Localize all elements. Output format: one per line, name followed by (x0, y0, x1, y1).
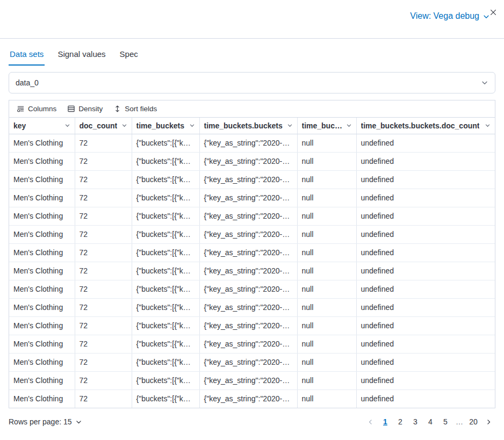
cell-time-buckets-buckets-doc-count[interactable]: undefined (356, 280, 495, 298)
cell-time-buckets[interactable]: {"buckets":[{"k… (132, 280, 199, 298)
cell-time-buckets[interactable]: {"buckets":[{"k… (132, 134, 199, 152)
pagination-page-5[interactable]: 5 (438, 415, 452, 429)
cell-time-buckets-truncated[interactable]: null (297, 262, 356, 280)
cell-key[interactable]: Men's Clothing (9, 225, 75, 243)
cell-time-buckets-buckets[interactable]: {"key_as_string":"2020-… (199, 298, 297, 316)
previous-page-icon[interactable] (363, 415, 377, 429)
cell-time-buckets[interactable]: {"buckets":[{"k… (132, 170, 199, 189)
column-header-key[interactable]: key (9, 118, 75, 134)
cell-time-buckets-truncated[interactable]: null (297, 243, 356, 262)
cell-time-buckets-buckets[interactable]: {"key_as_string":"2020-… (199, 316, 297, 335)
column-header-time-buckets-buckets-doc-count[interactable]: time_buckets.buckets.doc_count (356, 118, 495, 134)
cell-doc-count[interactable]: 72 (75, 280, 132, 298)
cell-doc-count[interactable]: 72 (75, 170, 132, 189)
cell-time-buckets[interactable]: {"buckets":[{"k… (132, 189, 199, 207)
cell-time-buckets[interactable]: {"buckets":[{"k… (132, 207, 199, 225)
cell-time-buckets-buckets-doc-count[interactable]: undefined (356, 335, 495, 353)
cell-key[interactable]: Men's Clothing (9, 371, 75, 389)
tab-signal-values[interactable]: Signal values (56, 45, 106, 66)
cell-time-buckets-truncated[interactable]: null (297, 207, 356, 225)
cell-doc-count[interactable]: 72 (75, 353, 132, 371)
column-header-time-buckets[interactable]: time_buckets (132, 118, 199, 134)
cell-doc-count[interactable]: 72 (75, 243, 132, 262)
cell-time-buckets-buckets[interactable]: {"key_as_string":"2020-… (199, 389, 297, 408)
cell-time-buckets-truncated[interactable]: null (297, 371, 356, 389)
cell-time-buckets-truncated[interactable]: null (297, 280, 356, 298)
cell-key[interactable]: Men's Clothing (9, 298, 75, 316)
cell-time-buckets-buckets[interactable]: {"key_as_string":"2020-… (199, 280, 297, 298)
cell-time-buckets-buckets[interactable]: {"key_as_string":"2020-… (199, 335, 297, 353)
pagination-page-20[interactable]: 20 (466, 415, 480, 429)
dataset-select[interactable]: data_0 (9, 72, 495, 93)
cell-key[interactable]: Men's Clothing (9, 353, 75, 371)
cell-time-buckets[interactable]: {"buckets":[{"k… (132, 353, 199, 371)
density-button[interactable]: Density (63, 103, 107, 115)
cell-time-buckets[interactable]: {"buckets":[{"k… (132, 298, 199, 316)
cell-time-buckets[interactable]: {"buckets":[{"k… (132, 335, 199, 353)
pagination-page-1[interactable]: 1 (378, 415, 392, 429)
cell-time-buckets-truncated[interactable]: null (297, 134, 356, 152)
pagination-page-2[interactable]: 2 (393, 415, 407, 429)
cell-time-buckets-truncated[interactable]: null (297, 225, 356, 243)
cell-doc-count[interactable]: 72 (75, 225, 132, 243)
view-selector-dropdown[interactable]: View: Vega debug (410, 11, 490, 21)
cell-key[interactable]: Men's Clothing (9, 389, 75, 408)
cell-doc-count[interactable]: 72 (75, 152, 132, 170)
tab-data-sets[interactable]: Data sets (9, 45, 45, 66)
cell-time-buckets[interactable]: {"buckets":[{"k… (132, 152, 199, 170)
cell-key[interactable]: Men's Clothing (9, 189, 75, 207)
column-header-time-buckets-truncated[interactable]: time_buck… (297, 118, 356, 134)
cell-time-buckets-truncated[interactable]: null (297, 316, 356, 335)
tab-spec[interactable]: Spec (119, 45, 139, 66)
pagination-page-4[interactable]: 4 (423, 415, 437, 429)
cell-key[interactable]: Men's Clothing (9, 134, 75, 152)
cell-doc-count[interactable]: 72 (75, 316, 132, 335)
cell-time-buckets-buckets[interactable]: {"key_as_string":"2020-… (199, 189, 297, 207)
cell-time-buckets-buckets[interactable]: {"key_as_string":"2020-… (199, 170, 297, 189)
cell-time-buckets[interactable]: {"buckets":[{"k… (132, 262, 199, 280)
cell-time-buckets[interactable]: {"buckets":[{"k… (132, 316, 199, 335)
cell-time-buckets-truncated[interactable]: null (297, 335, 356, 353)
cell-time-buckets-truncated[interactable]: null (297, 389, 356, 408)
cell-time-buckets-buckets-doc-count[interactable]: undefined (356, 207, 495, 225)
rows-per-page-button[interactable]: Rows per page: 15 (9, 417, 82, 426)
cell-key[interactable]: Men's Clothing (9, 262, 75, 280)
cell-time-buckets[interactable]: {"buckets":[{"k… (132, 389, 199, 408)
cell-time-buckets-buckets-doc-count[interactable]: undefined (356, 134, 495, 152)
cell-doc-count[interactable]: 72 (75, 298, 132, 316)
cell-time-buckets-buckets[interactable]: {"key_as_string":"2020-… (199, 225, 297, 243)
cell-time-buckets-buckets-doc-count[interactable]: undefined (356, 152, 495, 170)
close-icon[interactable] (488, 7, 499, 18)
cell-time-buckets-truncated[interactable]: null (297, 152, 356, 170)
cell-key[interactable]: Men's Clothing (9, 170, 75, 189)
cell-key[interactable]: Men's Clothing (9, 335, 75, 353)
cell-time-buckets-buckets-doc-count[interactable]: undefined (356, 316, 495, 335)
cell-time-buckets-buckets-doc-count[interactable]: undefined (356, 298, 495, 316)
sort-fields-button[interactable]: Sort fields (109, 103, 161, 115)
column-header-doc-count[interactable]: doc_count (75, 118, 132, 134)
cell-time-buckets-buckets-doc-count[interactable]: undefined (356, 170, 495, 189)
cell-time-buckets-buckets[interactable]: {"key_as_string":"2020-… (199, 371, 297, 389)
next-page-icon[interactable] (481, 415, 495, 429)
cell-doc-count[interactable]: 72 (75, 335, 132, 353)
cell-time-buckets-buckets[interactable]: {"key_as_string":"2020-… (199, 134, 297, 152)
cell-key[interactable]: Men's Clothing (9, 152, 75, 170)
cell-time-buckets-truncated[interactable]: null (297, 298, 356, 316)
pagination-page-3[interactable]: 3 (408, 415, 422, 429)
cell-time-buckets-buckets[interactable]: {"key_as_string":"2020-… (199, 262, 297, 280)
cell-time-buckets-buckets[interactable]: {"key_as_string":"2020-… (199, 207, 297, 225)
columns-button[interactable]: Columns (12, 103, 61, 115)
cell-time-buckets[interactable]: {"buckets":[{"k… (132, 225, 199, 243)
cell-time-buckets-truncated[interactable]: null (297, 353, 356, 371)
cell-doc-count[interactable]: 72 (75, 389, 132, 408)
cell-key[interactable]: Men's Clothing (9, 316, 75, 335)
cell-time-buckets-buckets-doc-count[interactable]: undefined (356, 371, 495, 389)
cell-time-buckets-truncated[interactable]: null (297, 170, 356, 189)
cell-key[interactable]: Men's Clothing (9, 207, 75, 225)
cell-time-buckets[interactable]: {"buckets":[{"k… (132, 243, 199, 262)
cell-doc-count[interactable]: 72 (75, 189, 132, 207)
cell-time-buckets[interactable]: {"buckets":[{"k… (132, 371, 199, 389)
cell-time-buckets-truncated[interactable]: null (297, 189, 356, 207)
cell-time-buckets-buckets[interactable]: {"key_as_string":"2020-… (199, 353, 297, 371)
cell-key[interactable]: Men's Clothing (9, 280, 75, 298)
